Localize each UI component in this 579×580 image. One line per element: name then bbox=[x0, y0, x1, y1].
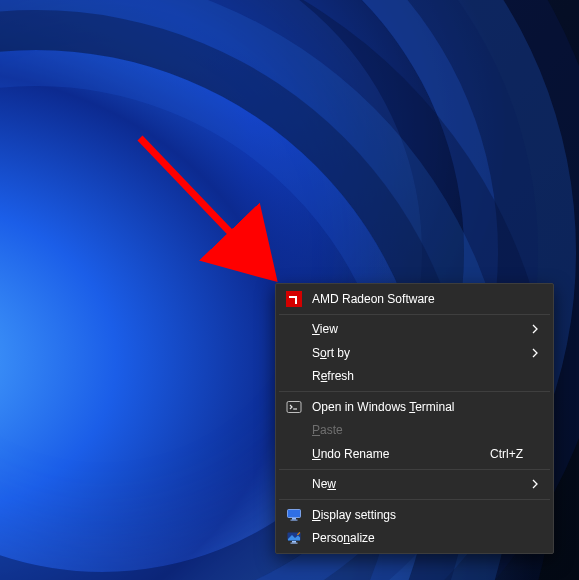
menu-item-label: Open in Windows Terminal bbox=[312, 400, 523, 414]
menu-item-label: Undo Rename bbox=[312, 447, 490, 461]
menu-item-label: Personalize bbox=[312, 531, 523, 545]
amd-icon bbox=[286, 291, 302, 307]
menu-separator bbox=[279, 499, 550, 500]
menu-item-sort-by[interactable]: Sort by bbox=[278, 341, 551, 365]
svg-rect-5 bbox=[291, 519, 298, 520]
menu-item-label: AMD Radeon Software bbox=[312, 292, 523, 306]
menu-item-refresh[interactable]: Refresh bbox=[278, 365, 551, 389]
chevron-right-icon bbox=[531, 477, 539, 491]
terminal-icon bbox=[286, 399, 302, 415]
menu-item-label: Sort by bbox=[312, 346, 523, 360]
personalize-icon bbox=[286, 530, 302, 546]
desktop-context-menu: AMD Radeon Software View Sort by Refresh bbox=[275, 283, 554, 554]
menu-item-label: Display settings bbox=[312, 508, 523, 522]
menu-item-label: View bbox=[312, 322, 523, 336]
display-icon bbox=[286, 507, 302, 523]
menu-item-label: New bbox=[312, 477, 523, 491]
menu-item-paste: Paste bbox=[278, 419, 551, 443]
menu-item-display-settings[interactable]: Display settings bbox=[278, 503, 551, 527]
menu-item-shortcut: Ctrl+Z bbox=[490, 447, 523, 461]
menu-item-label: Paste bbox=[312, 423, 523, 437]
chevron-right-icon bbox=[531, 346, 539, 360]
svg-rect-1 bbox=[287, 401, 301, 412]
chevron-right-icon bbox=[531, 322, 539, 336]
menu-item-view[interactable]: View bbox=[278, 318, 551, 342]
menu-item-undo-rename[interactable]: Undo Rename Ctrl+Z bbox=[278, 442, 551, 466]
svg-rect-3 bbox=[288, 509, 301, 517]
menu-item-amd-radeon-software[interactable]: AMD Radeon Software bbox=[278, 287, 551, 311]
menu-item-open-terminal[interactable]: Open in Windows Terminal bbox=[278, 395, 551, 419]
menu-item-new[interactable]: New bbox=[278, 473, 551, 497]
menu-item-personalize[interactable]: Personalize bbox=[278, 527, 551, 551]
menu-separator bbox=[279, 391, 550, 392]
svg-rect-8 bbox=[291, 543, 298, 544]
menu-item-label: Refresh bbox=[312, 369, 523, 383]
menu-separator bbox=[279, 469, 550, 470]
menu-separator bbox=[279, 314, 550, 315]
svg-rect-7 bbox=[292, 541, 296, 543]
svg-rect-4 bbox=[292, 518, 296, 520]
